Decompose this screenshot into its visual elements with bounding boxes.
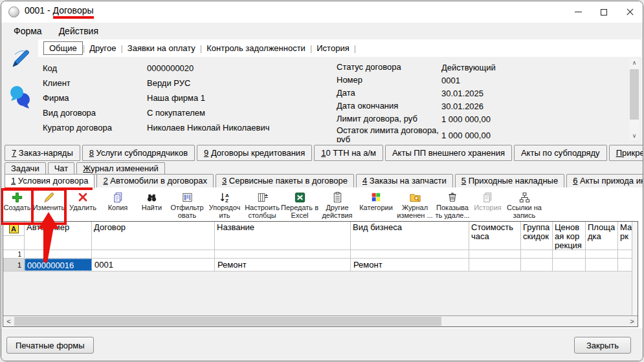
tab-zakazy-na-zapchasti[interactable]: 4 Заказы на запчасти (356, 174, 453, 189)
field-value: Действующий (441, 63, 496, 72)
minimize-button[interactable] (565, 1, 591, 23)
cell-avtonomer-selected[interactable]: 0000000016 (25, 259, 92, 271)
filter-button[interactable]: Отфильтр овать (168, 189, 206, 220)
tab-prikreplennye-fayly[interactable]: Прикрепленные файлы (609, 145, 643, 161)
folder-magnifier-icon (409, 191, 421, 204)
categories-button[interactable]: Категории (356, 189, 396, 220)
table-horizontal-scrollbar[interactable]: < > (3, 315, 638, 326)
conditions-pane: Создать Изменить Удалить Копия Найти Отф… (1, 187, 643, 328)
tab-chat[interactable]: Чат (48, 162, 75, 175)
menu-deystviya[interactable]: Действия (50, 23, 107, 39)
edit-button[interactable]: Изменить (32, 189, 65, 220)
cell-dogovor[interactable]: 0001 (92, 259, 215, 271)
cell-gruppa-skidok[interactable] (521, 259, 553, 271)
tab-kontrol-zadolzhennosti[interactable]: Контроль задолженности (202, 41, 310, 55)
tabs-overflow-dropdown-icon[interactable]: ▼ (616, 178, 621, 184)
field-label: Лимит договора, руб (337, 114, 441, 123)
tab-servisnye-pakety[interactable]: 3 Сервисные пакеты в договоре (216, 174, 354, 189)
form-tabs: Общие | Другое | Заявки на оплату | Конт… (38, 39, 641, 57)
tab-zhurnal-izmeneniy[interactable]: Журнал изменений (76, 162, 165, 175)
field-value: 0000000020 (147, 63, 194, 73)
cell-nazvanie[interactable]: Ремонт (215, 259, 351, 271)
section-tabs-row1: 7 Заказ-наряды 8 Услуги субподрядчиков 9… (5, 145, 643, 161)
tab-akty-pp-khraneniya[interactable]: Акты ПП внешнего хранения (385, 145, 512, 161)
field-label: Номер (337, 76, 441, 85)
other-actions-button[interactable]: Другие действия (318, 189, 356, 220)
field-klient: КлиентВерди РУС (43, 76, 328, 90)
section-tabs-block: 7 Заказ-наряды 8 Услуги субподрядчиков 9… (1, 142, 643, 187)
column-header-avtonomer[interactable]: Автономер (25, 222, 92, 250)
column-header-ploshchadka[interactable]: Площадка (586, 222, 618, 250)
column-header-stoimost-chasa[interactable]: Стоимость часа (469, 222, 521, 250)
tab-zayavki-na-oplatu[interactable]: Заявки на оплату (123, 41, 200, 55)
maximize-button[interactable] (591, 1, 617, 23)
tab-ttn-na-am[interactable]: 10 ТТН на а/м (314, 145, 383, 161)
column-header-gruppa-skidok[interactable]: Группа скидок (521, 222, 553, 250)
show-deleted-button[interactable]: Показыва ть удале... (434, 189, 471, 220)
sort-button[interactable]: AZ Упорядоч ить (206, 189, 243, 220)
configure-columns-button[interactable]: ± Настроить столбцы (243, 189, 281, 220)
minimize-icon (575, 12, 582, 12)
tab-istoriya[interactable]: История (312, 41, 353, 55)
field-value: 30.01.2025 (441, 89, 483, 98)
print-forms-button[interactable]: Печатные формы (6, 337, 94, 354)
field-firma: ФирмаНаша фирма 1 (43, 90, 328, 105)
tab-prikhodnye-nakladnye[interactable]: 5 Приходные накладные (455, 174, 564, 189)
scroll-up-icon[interactable]: ∧ (629, 58, 639, 67)
conditions-table: А Автономер Договор Название Вид бизнеса… (3, 221, 638, 327)
tab-obshchie[interactable]: Общие (43, 41, 83, 55)
filter-columns-icon (181, 191, 194, 204)
tab-zakaz-naryady[interactable]: 7 Заказ-наряды (5, 145, 80, 161)
tab-uslugi-subpodryadchikov[interactable]: 8 Услуги субподрядчиков (82, 145, 195, 161)
record-links-button[interactable]: Ссылки на запись (504, 189, 544, 220)
cell-ploshchadka[interactable] (586, 259, 618, 271)
field-label: Вид договора (43, 108, 147, 118)
menu-forma[interactable]: Форма (5, 23, 50, 39)
table-vertical-scrollbar[interactable] (632, 222, 638, 315)
cell-stoimost-chasa[interactable] (469, 259, 521, 271)
scroll-right-icon[interactable]: > (627, 317, 638, 326)
create-button[interactable]: Создать (2, 189, 32, 220)
footer-bar: Печатные формы Закрыть (1, 328, 643, 361)
scrollbar-thumb[interactable] (630, 69, 639, 120)
scroll-down-icon[interactable]: ∨ (629, 131, 639, 140)
sort-az-icon: AZ (219, 191, 231, 204)
tab-dogovory-kreditovaniya[interactable]: 9 Договоры кредитования (197, 145, 312, 161)
column-header-vid-biznesa[interactable]: Вид бизнеса (351, 222, 469, 250)
tab-usloviya-dogovora[interactable]: 1 Условия договора (5, 174, 94, 189)
history-icon (482, 191, 494, 204)
titlebar: 0001 - Договоры (1, 1, 643, 23)
field-kurator: Куратор договораНиколаев Николай Николае… (43, 120, 328, 135)
form-vertical-scrollbar[interactable]: ∧ ∨ (629, 58, 639, 140)
column-header-tsenovaya-korrektsiya[interactable]: Ценовая коррекция (553, 222, 586, 250)
change-log-button[interactable]: Журнал изменен ... (396, 189, 434, 220)
tab-drugoe[interactable]: Другое (85, 41, 120, 55)
field-label: Фирма (43, 93, 147, 103)
delete-button[interactable]: Удалить (65, 189, 100, 220)
column-header-dogovor[interactable]: Договор (92, 222, 215, 250)
chat-icon[interactable] (8, 84, 33, 110)
tab-zadachi[interactable]: Задачи (5, 162, 46, 175)
cell-vid-biznesa[interactable]: Ремонт (351, 259, 469, 271)
close-form-button[interactable]: Закрыть (574, 337, 631, 354)
copy-button[interactable]: Копия (100, 189, 135, 220)
cell-tsenovaya-korrektsiya[interactable] (553, 259, 586, 271)
table-corner-letter-icon: А (9, 224, 19, 233)
find-button[interactable]: Найти (135, 189, 168, 220)
field-data: Дата30.01.2025 (337, 87, 615, 100)
tab-akty-po-subpodryadu[interactable]: Акты по субподряду (514, 145, 607, 161)
export-excel-button[interactable]: Передать в Excel (281, 189, 318, 220)
tab-akty-prikhoda-inventarya[interactable]: 6 Акты прихода инвентаря (566, 174, 643, 189)
history-button: История (471, 189, 504, 220)
scrollbar-thumb[interactable] (14, 317, 441, 326)
field-value: Николаев Николай Николаевич (147, 123, 270, 133)
pen-icon[interactable] (10, 47, 32, 70)
column-header-nazvanie[interactable]: Название (215, 222, 351, 250)
close-button[interactable] (617, 1, 643, 23)
scroll-left-icon[interactable]: < (3, 317, 14, 326)
field-nomer: Номер0001 (337, 74, 615, 87)
tab-avtomobili-v-dogovorakh[interactable]: 2 Автомобили в договорах (96, 174, 213, 189)
field-label: Статус договора (337, 63, 441, 72)
table-corner-cell[interactable]: А (3, 222, 25, 250)
excel-icon (294, 191, 306, 204)
